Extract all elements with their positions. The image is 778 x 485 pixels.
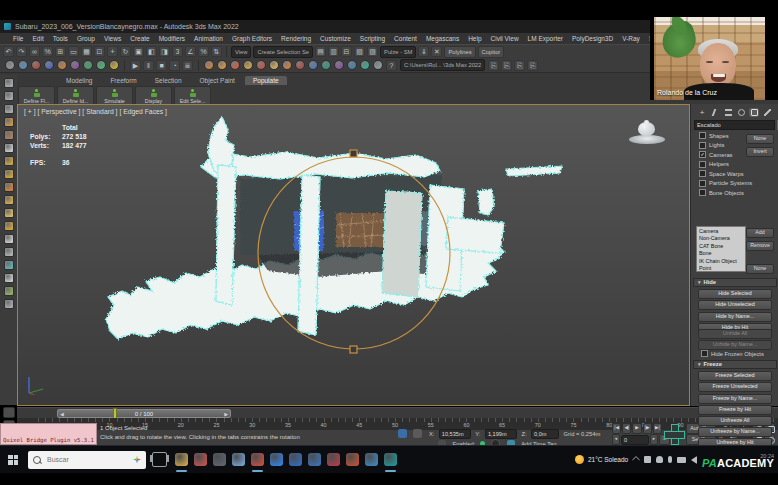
populate-button-edit-sele[interactable]: Edit Sele... [174,86,211,106]
go-to-start-button[interactable]: |◀ [612,423,621,434]
animation-icon-1[interactable]: ‖ [143,60,154,71]
battery-icon[interactable] [644,456,651,463]
category-list-item-bone[interactable]: Bone [699,250,743,257]
vray-toolbar-icon-13[interactable] [4,247,14,257]
menu-help[interactable]: Help [468,35,481,42]
menu-civil-view[interactable]: Civil View [491,35,519,42]
previous-frame-arrow-icon[interactable]: ◀ [60,410,64,418]
button-hide-unselected[interactable]: Hide Unselected [698,300,772,310]
hide-rollout-header[interactable]: Hide [693,278,777,287]
category-checkbox-helpers[interactable] [699,161,706,168]
vray-toolbar-icon-6[interactable] [4,156,14,166]
menu-scripting[interactable]: Scripting [360,35,385,42]
ribbon-tab-modeling[interactable]: Modeling [58,76,100,85]
grid-toggle-icon[interactable] [398,429,407,438]
maxscript-mini-listener[interactable]: Quixel Bridge Plugin v5.3.1 star [0,423,97,445]
vray-toolbar-icon-14[interactable] [4,260,14,270]
plugin-icon-a-2[interactable] [31,60,41,70]
taskbar-app-file-explorer[interactable] [175,453,188,466]
toolbar-icon-b-4[interactable]: ▨ [367,46,378,57]
button-freeze-by-hit[interactable]: Freeze by Hit [698,405,772,415]
taskbar-app-chrome[interactable] [251,453,264,466]
button-unfreeze-by-name[interactable]: Unfreeze by Name... [698,427,772,437]
hierarchy-tab-icon[interactable] [723,108,733,117]
project-path-dropdown[interactable]: C:\Users\Rol... \3ds Max 2022 [400,59,485,71]
toolbar-icon-3[interactable]: % [42,46,53,57]
toolbar-icon-10[interactable]: ▣ [133,46,144,57]
vray-toolbar-icon-8[interactable] [4,182,14,192]
populate-button-define-id[interactable]: Define Id... [57,86,94,106]
plugin-icon-b-9[interactable] [321,60,331,70]
download-icon[interactable]: ⇓ [418,46,429,57]
pulze-dropdown[interactable]: Pulze - SM [380,46,416,58]
button-unfreeze-all[interactable]: Unfreeze All [698,416,772,426]
vray-toolbar-icon-17[interactable] [4,299,14,309]
button-hide-by-name[interactable]: Hide by Name... [698,312,772,322]
button-freeze-selected[interactable]: Freeze Selected [698,371,772,381]
plugin-icon-a-7[interactable] [96,60,106,70]
vray-toolbar-icon-12[interactable] [4,234,14,244]
menu-content[interactable]: Content [394,35,417,42]
vray-toolbar-icon-11[interactable] [4,221,14,231]
previous-frame-button[interactable]: ◀| [622,423,631,434]
toolbar-icon-16[interactable]: ⇅ [211,46,222,57]
ribbon-tab-object-paint[interactable]: Object Paint [192,76,243,85]
category-list-item-camera[interactable]: Camera [699,228,743,235]
category-list-item-non-camera[interactable]: Non-Camera [699,235,743,242]
copy-icon-3[interactable]: ⎘ [527,60,538,71]
vray-toolbar-icon-1[interactable] [4,91,14,101]
maxscript-listener-icon[interactable] [3,407,15,418]
scanned-building-mesh[interactable] [18,105,690,406]
menu-customize[interactable]: Customize [320,35,351,42]
toolbar-icon-13[interactable]: 3 [172,46,183,57]
menu-graph-editors[interactable]: Graph Editors [232,35,272,42]
toolbar-icon-2[interactable]: ∞ [29,46,40,57]
category-list-item-point[interactable]: Point [699,265,743,272]
vray-toolbar-icon-16[interactable] [4,286,14,296]
vray-toolbar-icon-10[interactable] [4,208,14,218]
task-view-button[interactable] [152,452,167,467]
menu-tools[interactable]: Tools [53,35,68,42]
plugin-icon-b-8[interactable] [308,60,318,70]
play-button[interactable]: ▶ [632,423,641,434]
microphone-icon[interactable] [668,456,672,463]
motion-tab-icon[interactable] [736,108,746,117]
plugin-icon-b-0[interactable] [204,60,214,70]
plugin-icon-a-8[interactable] [109,60,119,70]
toolbar-icon-15[interactable]: % [198,46,209,57]
animation-icon-4[interactable]: ≣ [182,60,193,71]
populate-button-define-fl[interactable]: Define Fl... [18,86,55,106]
plugin-icon-a-5[interactable] [70,60,80,70]
taskbar-app-photos[interactable] [365,453,378,466]
menu-edit[interactable]: Edit [32,35,43,42]
add-layout-button[interactable] [664,424,683,443]
category-checkbox-bone-objects[interactable] [699,189,706,196]
toolbar-icon-b-2[interactable]: ⊟ [341,46,352,57]
perspective-viewport[interactable]: [ + ] [ Perspective ] [ Standard ] [ Edg… [17,104,690,406]
plugin-icon-b-6[interactable] [282,60,292,70]
reference-coordinate-dropdown[interactable]: View [231,46,251,58]
category-invert-button[interactable]: Invert [746,147,774,157]
ribbon-tab-populate[interactable]: Populate [245,76,287,85]
teapot-object[interactable] [627,119,667,149]
utilities-tab-icon[interactable] [762,108,772,117]
toolbar-icon-0[interactable]: ↶ [3,46,14,57]
copy-icon-0[interactable]: ⎘ [488,60,499,71]
toolbar-icon-11[interactable]: ◧ [146,46,157,57]
plugin-icon-a-1[interactable] [18,60,28,70]
vray-toolbar-icon-7[interactable] [4,169,14,179]
search-input[interactable] [45,455,129,464]
taskbar-app-movies-tv[interactable] [289,453,302,466]
category-list-item-cat-bone[interactable]: CAT Bone [699,243,743,250]
freeze-rollout-header[interactable]: Freeze [693,360,777,369]
create-tab-icon[interactable]: + [697,108,707,117]
taskbar-app-app-orb[interactable] [327,453,340,466]
toolbar-icon-7[interactable]: ⊡ [94,46,105,57]
close-icon[interactable]: ✕ [431,46,442,57]
vray-toolbar-icon-15[interactable] [4,273,14,283]
ribbon-tab-selection[interactable]: Selection [147,76,190,85]
animation-icon-0[interactable]: ▶ [130,60,141,71]
menu-megascans[interactable]: Megascans [426,35,459,42]
plugin-icon-b-2[interactable] [230,60,240,70]
toolbar-icon-14[interactable]: ∠ [185,46,196,57]
